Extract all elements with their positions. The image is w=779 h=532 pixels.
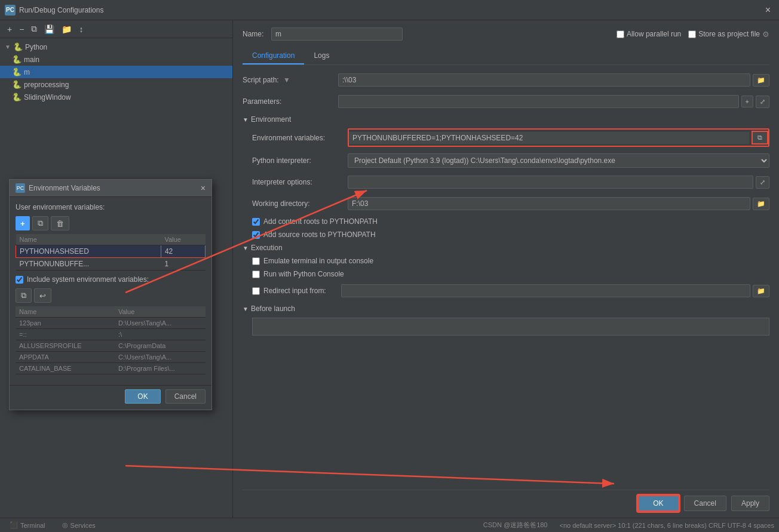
delete-user-var-button[interactable]: 🗑 [51, 216, 69, 230]
config-form: Script path: ▼ 📁 Parameters: + ⤢ [243, 65, 769, 490]
gear-icon[interactable]: ⚙ [762, 30, 769, 39]
env-var-row-pythonhashseed[interactable]: PYTHONHASHSEED 42 [16, 245, 206, 258]
redirect-input-checkbox[interactable] [252, 287, 260, 295]
ok-button[interactable]: OK [637, 495, 679, 512]
store-as-project-checkbox[interactable] [688, 30, 696, 38]
tree-item-m[interactable]: 🐍 m [0, 66, 232, 78]
tab-logs[interactable]: Logs [304, 48, 339, 64]
dialog-footer: OK Cancel Apply [243, 490, 769, 518]
add-content-roots-checkbox[interactable] [252, 218, 260, 226]
add-content-roots-label: Add content roots to PYTHONPATH [263, 217, 378, 226]
env-dialog-icon: PC [16, 183, 25, 193]
add-content-roots-row: Add content roots to PYTHONPATH [243, 217, 769, 226]
working-dir-row: Working directory: 📁 [243, 196, 769, 211]
user-env-name-header: Name [16, 234, 161, 245]
parameters-input[interactable] [338, 95, 739, 108]
terminal-tab[interactable]: ⬛ Terminal [5, 520, 50, 530]
remove-config-button[interactable]: − [17, 23, 26, 35]
parameters-row: Parameters: + ⤢ [243, 94, 769, 109]
apply-button[interactable]: Apply [731, 496, 769, 511]
sys-var-row-catalina[interactable]: CATALINA_BASE D:\Program Files\... [16, 363, 206, 374]
tree-item-slidingwindow[interactable]: 🐍 SlidingWindow [0, 91, 232, 103]
undo-system-button[interactable]: ↩ [34, 288, 51, 303]
user-env-value-header: Value [161, 234, 205, 245]
env-vars-copy-button[interactable]: ⧉ [752, 131, 768, 144]
before-launch-section-header[interactable]: ▼ Before launch [243, 305, 769, 313]
env-dialog-close-button[interactable]: × [201, 183, 206, 193]
script-path-label-text: Script path: [243, 76, 279, 84]
environment-section-label: Environment [251, 115, 291, 124]
python-group-icon: 🐍 [13, 42, 23, 51]
sys-var-row-eqeq[interactable]: =:: :\ [16, 329, 206, 340]
tree-item-slidingwindow-label: SlidingWindow [24, 93, 71, 102]
script-path-browse-button[interactable]: 📁 [753, 74, 769, 87]
script-path-row: Script path: ▼ 📁 [243, 72, 769, 88]
services-tab[interactable]: ◎ Services [57, 520, 100, 530]
allow-parallel-checkbox[interactable] [617, 30, 624, 38]
env-dialog: PC Environment Variables × User environm… [9, 179, 212, 410]
add-config-button[interactable]: + [5, 23, 14, 35]
python-interpreter-field: Project Default (Python 3.9 (logtad)) C:… [348, 153, 769, 168]
emulate-terminal-label: Emulate terminal in output console [263, 257, 373, 265]
script-path-input[interactable] [338, 73, 750, 87]
execution-section-header[interactable]: ▼ Execution [243, 244, 769, 252]
system-env-value-header: Value [115, 306, 206, 318]
emulate-terminal-checkbox[interactable] [252, 257, 260, 265]
copy-user-var-button[interactable]: ⧉ [32, 216, 48, 230]
tree-group-python[interactable]: ▼ 🐍 Python [0, 41, 232, 53]
add-source-roots-checkbox[interactable] [252, 231, 260, 239]
system-env-table: Name Value 123pan D:\Users\Tang\A... =::… [16, 306, 206, 374]
tree-item-m-label: m [24, 68, 30, 76]
redirect-input-input[interactable] [341, 284, 750, 297]
close-button[interactable]: × [762, 4, 774, 17]
tab-configuration-label: Configuration [252, 51, 295, 60]
cancel-button[interactable]: Cancel [684, 496, 726, 511]
working-dir-browse-button[interactable]: 📁 [753, 198, 769, 210]
environment-collapse-icon: ▼ [243, 116, 249, 123]
copy-system-var-button[interactable]: ⧉ [16, 288, 32, 303]
right-panel: Name: Allow parallel run Store as projec… [233, 20, 779, 518]
execution-collapse-icon: ▼ [243, 245, 249, 251]
sort-button[interactable]: ↕ [76, 23, 85, 35]
parameters-add-button[interactable]: + [741, 96, 753, 107]
interpreter-options-input[interactable] [348, 176, 753, 189]
python-group-label: Python [25, 43, 47, 51]
environment-section-header[interactable]: ▼ Environment [243, 115, 769, 124]
sys-var-row-123pan[interactable]: 123pan D:\Users\Tang\A... [16, 318, 206, 329]
include-system-checkbox[interactable] [16, 276, 23, 284]
tree-item-main-label: main [24, 56, 39, 64]
run-with-python-console-checkbox[interactable] [252, 270, 260, 278]
redirect-input-browse-button[interactable]: 📁 [753, 285, 769, 297]
script-path-dropdown-icon[interactable]: ▼ [283, 76, 290, 84]
name-input[interactable] [271, 27, 403, 41]
name-row: Name: Allow parallel run Store as projec… [243, 27, 769, 41]
interpreter-options-expand-button[interactable]: ⤢ [756, 176, 769, 189]
python-file-icon-m: 🐍 [12, 67, 22, 76]
tree-item-main[interactable]: 🐍 main [0, 53, 232, 66]
python-interpreter-select[interactable]: Project Default (Python 3.9 (logtad)) C:… [348, 153, 769, 168]
status-text: <no default server> 10:1 (221 chars, 6 l… [559, 522, 774, 529]
store-as-project-label: Store as project file [698, 30, 760, 38]
tree-item-preprocessing[interactable]: 🐍 preprocessing [0, 78, 232, 91]
env-dialog-title-bar: PC Environment Variables × [10, 180, 211, 197]
working-dir-label: Working directory: [252, 199, 348, 208]
sys-var-row-appdata[interactable]: APPDATA C:\Users\Tang\A... [16, 352, 206, 363]
copy-config-button[interactable]: ⧉ [29, 23, 39, 35]
save-config-button[interactable]: 💾 [42, 23, 57, 35]
parameters-expand-button[interactable]: ⤢ [756, 96, 769, 108]
working-dir-input[interactable] [348, 197, 750, 210]
user-env-table: Name Value PYTHONHASHSEED 42 PYTHONUNBUF… [16, 234, 206, 270]
before-launch-collapse-icon: ▼ [243, 306, 249, 312]
csdn-label: CSDN @迷路爸爸180 [483, 521, 548, 530]
user-env-label: User environment variables: [16, 203, 206, 211]
sys-var-row-allusersprofile[interactable]: ALLUSERSPROFILE C:\ProgramData [16, 340, 206, 352]
tab-configuration[interactable]: Configuration [243, 48, 304, 64]
env-ok-button[interactable]: OK [125, 389, 160, 404]
env-var-row-pythonunbuf[interactable]: PYTHONUNBUFFE... 1 [16, 258, 206, 270]
env-cancel-button[interactable]: Cancel [165, 389, 206, 404]
env-vars-row: Environment variables: ⧉ [243, 128, 769, 147]
add-user-var-button[interactable]: + [16, 216, 30, 230]
env-var-name-pythonunbuf: PYTHONUNBUFFE... [16, 258, 161, 270]
env-vars-input[interactable] [349, 132, 749, 144]
folder-button[interactable]: 📁 [59, 23, 74, 35]
